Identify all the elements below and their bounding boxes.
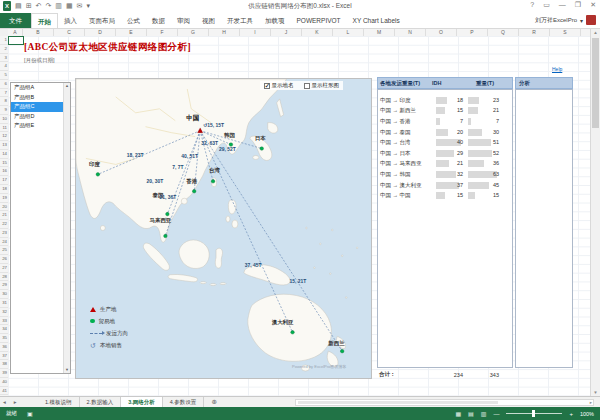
ribbon-tab-XY Chart Labels[interactable]: XY Chart Labels — [347, 13, 406, 28]
prev-sheet-icon[interactable]: ◂ — [3, 399, 6, 405]
row-header-8[interactable]: 8 — [0, 97, 8, 106]
add-sheet-button[interactable]: ⊕ — [204, 397, 223, 407]
sheet-tab-4.参数设置[interactable]: 4.参数设置 — [163, 397, 205, 407]
product-listbox[interactable]: 产品组A产品组B产品组C产品组D产品组E ▲ ▼ — [10, 82, 71, 374]
close-button[interactable]: ✕ — [590, 1, 596, 9]
ribbon-tab-页面布局[interactable]: 页面布局 — [83, 13, 121, 28]
row-header-5[interactable]: 5 — [0, 71, 8, 80]
row-header-19[interactable]: 19 — [0, 194, 8, 203]
row-header-15[interactable]: 15 — [0, 159, 8, 168]
page-layout-view-icon[interactable]: ▤ — [468, 410, 474, 417]
column-header-R[interactable]: R — [519, 29, 550, 36]
row-header-23[interactable]: 23 — [0, 229, 8, 238]
ribbon-tab-加载项[interactable]: 加载项 — [259, 13, 291, 28]
row-header-34[interactable]: 34 — [0, 325, 8, 334]
product-item[interactable]: 产品组B — [11, 93, 63, 103]
ribbon-tab-开发工具[interactable]: 开发工具 — [221, 13, 259, 28]
column-header-D[interactable]: D — [85, 29, 116, 36]
file-tab[interactable]: 文件 — [0, 13, 31, 28]
row-header-16[interactable]: 16 — [0, 167, 8, 176]
column-header-M[interactable]: M — [364, 29, 395, 36]
column-header-C[interactable]: C — [54, 29, 85, 36]
restore-button[interactable]: ❐ — [575, 1, 581, 9]
product-item[interactable]: 产品组A — [11, 83, 63, 93]
horizontal-scroll-thumb[interactable] — [298, 401, 498, 404]
column-header-A[interactable]: A — [8, 29, 23, 36]
page-break-view-icon[interactable]: ▥ — [481, 410, 487, 417]
column-header-F[interactable]: F — [147, 29, 178, 36]
column-header-K[interactable]: K — [302, 29, 333, 36]
scroll-up-icon[interactable]: ▲ — [591, 30, 600, 35]
row-header-37[interactable]: 37 — [0, 352, 8, 361]
row-header-41[interactable]: 41 — [0, 387, 8, 396]
help-button[interactable]: ? — [530, 1, 534, 9]
column-header-H[interactable]: H — [209, 29, 240, 36]
column-header-P[interactable]: P — [457, 29, 488, 36]
zoom-level[interactable]: 100% — [580, 411, 594, 417]
listbox-scrollbar[interactable]: ▲ ▼ — [63, 83, 70, 373]
row-header-2[interactable]: 2 — [0, 45, 8, 54]
row-header-26[interactable]: 26 — [0, 255, 8, 264]
row-header-9[interactable]: 9 — [0, 106, 8, 115]
row-header-39[interactable]: 39 — [0, 369, 8, 378]
row-header-38[interactable]: 38 — [0, 360, 8, 369]
product-item[interactable]: 产品组D — [11, 112, 63, 122]
minimize-button[interactable]: — — [559, 1, 566, 9]
sheet-tab-1.模板说明[interactable]: 1.模板说明 — [38, 397, 80, 407]
row-header-28[interactable]: 28 — [0, 273, 8, 282]
normal-view-icon[interactable]: ▦ — [455, 410, 461, 417]
scroll-right-icon[interactable]: ▸ — [590, 400, 592, 405]
row-header-18[interactable]: 18 — [0, 185, 8, 194]
row-header-36[interactable]: 36 — [0, 343, 8, 352]
row-header-7[interactable]: 7 — [0, 89, 8, 98]
column-header-N[interactable]: N — [395, 29, 426, 36]
ribbon-tab-插入[interactable]: 插入 — [58, 13, 83, 28]
row-header-32[interactable]: 32 — [0, 308, 8, 317]
product-item[interactable]: 产品组E — [11, 121, 63, 131]
column-header-O[interactable]: O — [426, 29, 457, 36]
ribbon-tab-POWERPIVOT[interactable]: POWERPIVOT — [291, 13, 347, 28]
ribbon-tab-开始[interactable]: 开始 — [31, 13, 58, 28]
zoom-out-button[interactable]: — — [493, 411, 499, 417]
ribbon-tab-数据[interactable]: 数据 — [146, 13, 171, 28]
column-header-S[interactable]: S — [550, 29, 581, 36]
scroll-up-icon[interactable]: ▲ — [64, 83, 70, 89]
checkbox-icon[interactable] — [264, 83, 270, 89]
row-header-14[interactable]: 14 — [0, 150, 8, 159]
column-header-G[interactable]: G — [178, 29, 209, 36]
selected-cell[interactable] — [8, 36, 24, 45]
row-header-1[interactable]: 1 — [0, 36, 8, 45]
row-header-21[interactable]: 21 — [0, 211, 8, 220]
macro-record-icon[interactable]: ▣ — [27, 410, 33, 417]
next-sheet-icon[interactable]: ▸ — [14, 399, 17, 405]
column-header-I[interactable]: I — [240, 29, 271, 36]
vertical-scroll-thumb[interactable] — [592, 38, 599, 128]
row-header-6[interactable]: 6 — [0, 80, 8, 89]
column-header-L[interactable]: L — [333, 29, 364, 36]
row-header-17[interactable]: 17 — [0, 176, 8, 185]
column-header-E[interactable]: E — [116, 29, 147, 36]
checkbox-icon[interactable] — [304, 83, 310, 89]
product-item[interactable]: 产品组C — [11, 102, 63, 112]
ribbon-tab-审阅[interactable]: 审阅 — [171, 13, 196, 28]
account-area[interactable]: 刘万祥ExcelPro ▾ — [535, 15, 596, 25]
row-header-10[interactable]: 10 — [0, 115, 8, 124]
row-header-31[interactable]: 31 — [0, 299, 8, 308]
ribbon-options-button[interactable]: ▭ — [543, 1, 550, 9]
horizontal-scrollbar[interactable]: ▸ — [295, 399, 594, 406]
row-header-30[interactable]: 30 — [0, 290, 8, 299]
row-header-11[interactable]: 11 — [0, 124, 8, 133]
scroll-down-icon[interactable]: ▼ — [591, 390, 600, 395]
ribbon-tab-视图[interactable]: 视图 — [196, 13, 221, 28]
zoom-slider-thumb[interactable] — [532, 410, 535, 417]
zoom-slider[interactable] — [506, 413, 562, 414]
zoom-in-button[interactable]: + — [569, 411, 573, 417]
column-header-T[interactable]: T — [581, 29, 590, 36]
worksheet-grid[interactable]: [ABC公司亚太地区供应链网络图分析] [月份或日期] 产品组A产品组B产品组C… — [8, 36, 590, 396]
vertical-scrollbar[interactable]: ▲ ▼ — [590, 29, 600, 396]
sheet-tab-3.网络分析[interactable]: 3.网络分析 — [121, 397, 163, 407]
scroll-down-icon[interactable]: ▼ — [64, 367, 70, 373]
row-header-40[interactable]: 40 — [0, 378, 8, 387]
toggle-显示柱形图[interactable]: 显示柱形图 — [304, 82, 340, 89]
help-link[interactable]: Help — [552, 66, 562, 72]
